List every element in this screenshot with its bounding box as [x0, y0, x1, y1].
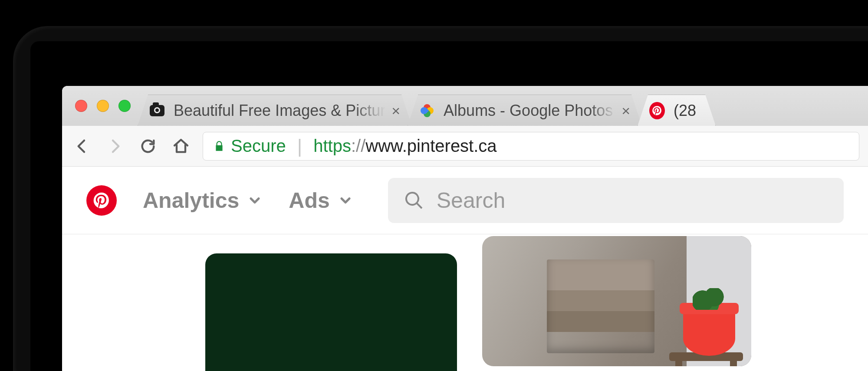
tab-title: (28 [674, 102, 704, 120]
url-slashes: :// [351, 136, 365, 155]
tab-close-button[interactable]: × [621, 103, 630, 118]
url-protocol: https [313, 136, 351, 155]
window-close-button[interactable] [75, 100, 87, 112]
address-bar[interactable]: Secure | https://www.pinterest.ca [203, 132, 859, 161]
reload-button[interactable] [137, 135, 159, 158]
browser-toolbar: Secure | https://www.pinterest.ca [62, 126, 868, 167]
window-minimize-button[interactable] [97, 100, 109, 112]
back-button[interactable] [71, 135, 93, 158]
analytics-label: Analytics [143, 188, 239, 213]
camera-icon [149, 103, 165, 118]
window-maximize-button[interactable] [118, 100, 131, 112]
tab-title: Albums - Google Photos [444, 102, 615, 120]
home-button[interactable] [170, 135, 192, 158]
lock-icon [214, 140, 225, 153]
chevron-down-icon [247, 193, 263, 208]
image-decoration [683, 308, 735, 356]
laptop-bezel: Beautiful Free Images & Pictur × Albums … [0, 0, 868, 371]
search-icon [404, 189, 424, 212]
url-host: www.pinterest.ca [365, 136, 496, 155]
pinterest-header: Analytics Ads [62, 167, 868, 234]
page-content: Analytics Ads [62, 167, 868, 371]
search-box[interactable] [388, 178, 844, 223]
secure-indicator: Secure [214, 136, 286, 156]
separator: | [297, 135, 302, 157]
tab-google-photos[interactable]: Albums - Google Photos × [408, 95, 642, 126]
pinterest-icon [649, 103, 665, 118]
pin-card[interactable] [482, 236, 751, 366]
ads-menu[interactable]: Ads [289, 188, 353, 213]
window-controls [70, 86, 138, 126]
secure-label: Secure [231, 136, 286, 156]
tab-close-button[interactable]: × [391, 103, 400, 118]
tab-strip: Beautiful Free Images & Pictur × Albums … [62, 86, 868, 126]
search-input[interactable] [437, 188, 828, 213]
pin-feed [62, 234, 868, 371]
analytics-menu[interactable]: Analytics [143, 188, 263, 213]
google-photos-icon [419, 103, 435, 118]
tab-pinterest[interactable]: (28 [638, 95, 716, 126]
image-decoration [547, 259, 654, 353]
browser-window: Beautiful Free Images & Pictur × Albums … [62, 86, 868, 371]
tab-unsplash[interactable]: Beautiful Free Images & Pictur × [138, 95, 412, 126]
ads-label: Ads [289, 188, 329, 213]
pinterest-logo[interactable] [86, 185, 117, 216]
forward-button[interactable] [104, 135, 126, 158]
chevron-down-icon [338, 193, 353, 208]
pin-card[interactable] [205, 253, 457, 371]
url: https://www.pinterest.ca [313, 136, 496, 156]
tab-title: Beautiful Free Images & Pictur [174, 102, 385, 120]
